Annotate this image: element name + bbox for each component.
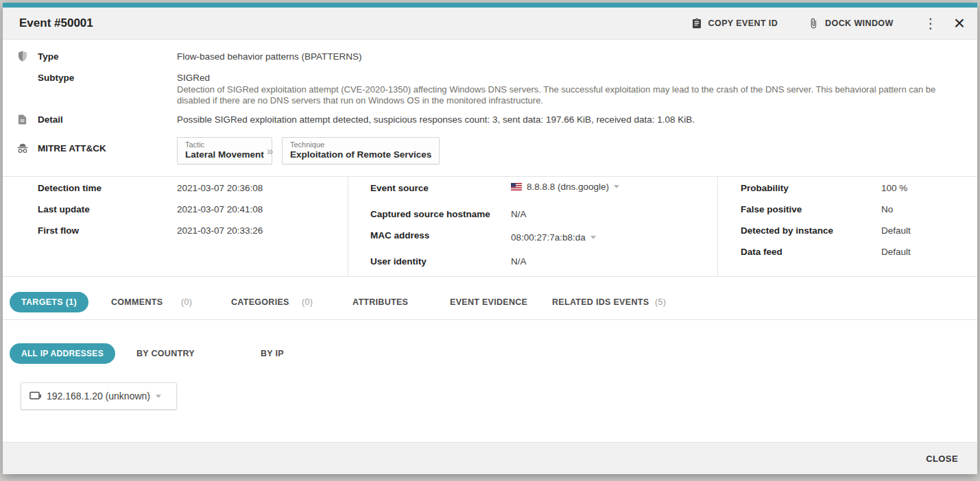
paperclip-icon bbox=[808, 18, 819, 29]
subtab-all-ip-addresses[interactable]: ALL IP ADDRESSES bbox=[10, 343, 115, 364]
subtype-value: SIGRed bbox=[177, 73, 210, 83]
double-chevron-icon: » bbox=[267, 145, 273, 158]
us-flag-icon bbox=[511, 183, 522, 190]
detail-value: Possible SIGRed exploitation attempt det… bbox=[177, 114, 695, 125]
event-detail-dialog: Event #50001 COPY EVENT ID DOCK WINDOW ⋮… bbox=[3, 3, 977, 474]
captured-hostname-label: Captured source hostname bbox=[370, 209, 490, 219]
tab-event-evidence[interactable]: EVENT EVIDENCE bbox=[450, 292, 527, 312]
mitre-tactic-caption: Tactic bbox=[185, 140, 264, 149]
tab-related-ids-events-label: RELATED IDS EVENTS bbox=[552, 297, 649, 307]
event-source-dropdown[interactable]: 8.8.8.8 (dns.google) bbox=[511, 182, 619, 192]
false-positive-label: False positive bbox=[741, 204, 802, 214]
accent-bar bbox=[3, 3, 977, 8]
detected-by-instance-label: Detected by instance bbox=[741, 225, 833, 236]
tab-categories-count[interactable]: (0) bbox=[302, 292, 313, 312]
probability-value: 100 % bbox=[881, 183, 907, 193]
chevron-down-icon bbox=[156, 395, 161, 398]
mitre-label: MITRE ATT&CK bbox=[38, 143, 106, 153]
close-icon[interactable]: × bbox=[954, 14, 965, 33]
event-source-value: 8.8.8.8 (dns.google) bbox=[527, 182, 609, 192]
divider bbox=[3, 276, 977, 277]
clipboard-icon bbox=[691, 18, 702, 29]
tab-targets[interactable]: TARGETS (1) bbox=[10, 292, 88, 312]
subtab-by-ip[interactable]: BY IP bbox=[261, 343, 284, 364]
tab-related-ids-events[interactable]: RELATED IDS EVENTS (5) bbox=[552, 292, 666, 312]
mitre-technique-caption: Technique bbox=[290, 140, 431, 149]
target-ip-dropdown[interactable]: 192.168.1.20 (unknown) bbox=[21, 382, 177, 410]
subtype-label: Subtype bbox=[38, 73, 74, 83]
copy-event-id-label: COPY EVENT ID bbox=[708, 18, 778, 28]
mitre-technique-value: Exploitation of Remote Services bbox=[290, 149, 431, 160]
dialog-header: Event #50001 COPY EVENT ID DOCK WINDOW ⋮… bbox=[3, 8, 977, 40]
first-flow-value: 2021-03-07 20:33:26 bbox=[177, 225, 263, 236]
divider bbox=[3, 319, 977, 320]
monitor-icon bbox=[29, 391, 41, 402]
captured-hostname-value: N/A bbox=[511, 209, 527, 219]
subtab-by-country[interactable]: BY COUNTRY bbox=[136, 343, 195, 364]
last-update-value: 2021-03-07 20:41:08 bbox=[177, 204, 263, 214]
mitre-tactic-box: Tactic Lateral Movement bbox=[177, 137, 272, 164]
divider bbox=[348, 176, 348, 276]
first-flow-label: First flow bbox=[38, 225, 79, 236]
dialog-footer: CLOSE bbox=[3, 442, 977, 474]
document-icon bbox=[16, 114, 28, 128]
data-feed-label: Data feed bbox=[741, 247, 782, 257]
spy-icon bbox=[16, 141, 29, 158]
more-options-kebab-icon[interactable]: ⋮ bbox=[921, 16, 940, 30]
probability-label: Probability bbox=[741, 183, 789, 193]
user-identity-value: N/A bbox=[511, 256, 527, 267]
target-ip-value: 192.168.1.20 (unknown) bbox=[47, 391, 150, 402]
header-actions: COPY EVENT ID DOCK WINDOW ⋮ × bbox=[661, 14, 965, 33]
detection-time-label: Detection time bbox=[38, 183, 101, 193]
mac-address-value: 08:00:27:7a:b8:da bbox=[511, 232, 586, 243]
false-positive-value: No bbox=[881, 204, 893, 214]
last-update-label: Last update bbox=[38, 204, 90, 214]
data-feed-value: Default bbox=[881, 247, 911, 257]
tab-related-ids-events-count: (5) bbox=[655, 297, 666, 307]
detection-time-value: 2021-03-07 20:36:08 bbox=[177, 183, 263, 193]
subtype-description: Detection of SIGRed exploitation attempt… bbox=[177, 84, 938, 106]
copy-event-id-button[interactable]: COPY EVENT ID bbox=[691, 18, 778, 29]
dialog-title: Event #50001 bbox=[19, 16, 93, 30]
chevron-down-icon bbox=[590, 236, 596, 239]
event-source-label: Event source bbox=[370, 183, 429, 193]
dock-window-label: DOCK WINDOW bbox=[825, 18, 894, 28]
dock-window-button[interactable]: DOCK WINDOW bbox=[808, 18, 894, 29]
chevron-down-icon bbox=[614, 185, 619, 188]
divider bbox=[717, 176, 718, 276]
tab-attributes[interactable]: ATTRIBUTES bbox=[352, 292, 408, 312]
tab-categories[interactable]: CATEGORIES bbox=[231, 292, 289, 312]
divider bbox=[3, 176, 977, 177]
mac-address-label: MAC address bbox=[370, 230, 429, 241]
detected-by-instance-value: Default bbox=[881, 225, 911, 236]
tab-comments[interactable]: COMMENTS bbox=[111, 292, 163, 312]
close-button[interactable]: CLOSE bbox=[924, 448, 959, 469]
type-label: Type bbox=[38, 51, 59, 62]
mitre-tactic-value: Lateral Movement bbox=[185, 149, 264, 160]
tab-comments-count[interactable]: (0) bbox=[181, 292, 192, 312]
detail-label: Detail bbox=[38, 114, 63, 125]
mitre-technique-box: Technique Exploitation of Remote Service… bbox=[282, 137, 440, 164]
user-identity-label: User identity bbox=[370, 256, 427, 267]
type-value: Flow-based behavior patterns (BPATTERNS) bbox=[177, 51, 362, 62]
mac-address-dropdown[interactable]: 08:00:27:7a:b8:da bbox=[511, 232, 596, 243]
shield-icon bbox=[16, 50, 29, 65]
